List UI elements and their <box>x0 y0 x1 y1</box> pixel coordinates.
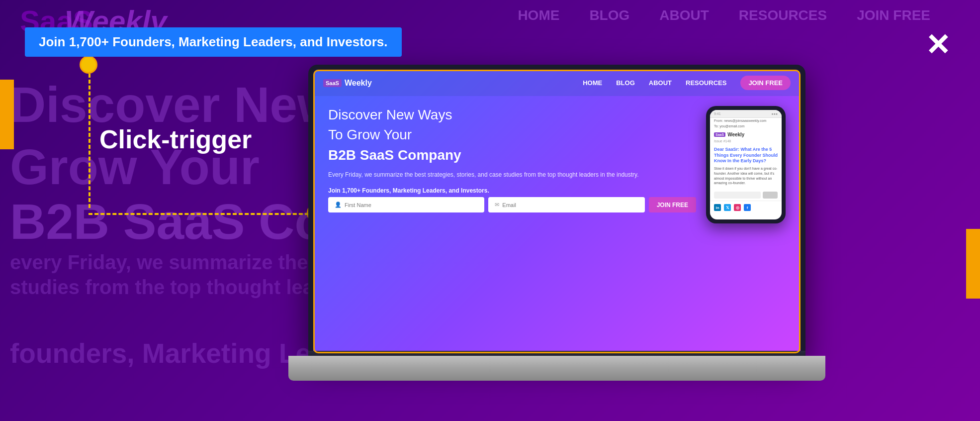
phone-to-email: To: you@email.com <box>710 123 782 129</box>
phone-signup-input <box>714 192 761 199</box>
site-nav-about[interactable]: ABOUT <box>649 79 672 87</box>
bg-nav-joinfree: JOIN FREE <box>857 7 930 23</box>
top-banner: Join 1,700+ Founders, Marketing Leaders,… <box>25 27 402 57</box>
laptop-base <box>288 356 825 381</box>
phone-header: 9:41●●● <box>710 110 782 118</box>
phone-social-row: in 𝕏 ◎ f <box>710 201 782 214</box>
phone-signup-row <box>710 190 782 201</box>
phone-logo-badge: SaaS <box>714 132 725 137</box>
phone-from-email: From: news@joinsaasweekly.com <box>710 118 782 123</box>
close-button[interactable]: ✕ <box>925 27 950 62</box>
email-input-display: ✉ <box>488 197 644 212</box>
phone-issue: Issue #148 <box>710 138 782 144</box>
bg-nav-blog: BLOG <box>589 7 629 23</box>
phone-signup-btn <box>763 192 778 199</box>
orange-bar-left <box>0 80 14 149</box>
dashed-line-horizontal <box>89 213 309 215</box>
phone-logo-row: SaaS Weekly <box>710 129 782 138</box>
phone-article-title: Dear SaaSr: What Are the 5 Things Every … <box>710 144 782 166</box>
site-logo-badge: SaaS <box>323 79 342 87</box>
site-nav-home[interactable]: HOME <box>583 79 602 87</box>
phone-article-body: Slow it down if you don't have a great c… <box>710 166 782 190</box>
click-trigger-label: Click-trigger <box>99 124 252 154</box>
site-nav: SaaS Weekly HOME BLOG ABOUT RESOURCES JO… <box>313 70 801 96</box>
site-logo: SaaS Weekly <box>323 79 372 88</box>
instagram-icon: ◎ <box>734 204 741 211</box>
site-nav-blog[interactable]: BLOG <box>616 79 635 87</box>
site-content: SaaS Weekly HOME BLOG ABOUT RESOURCES JO… <box>313 70 801 353</box>
site-logo-text: Weekly <box>345 79 372 88</box>
bg-nav-about: ABOUT <box>659 7 709 23</box>
dashed-line-vertical <box>89 74 90 208</box>
laptop-frame: SaaS Weekly HOME BLOG ABOUT RESOURCES JO… <box>308 65 805 358</box>
orange-bar-right <box>966 229 980 299</box>
laptop-screen: SaaS Weekly HOME BLOG ABOUT RESOURCES JO… <box>313 70 801 353</box>
site-nav-join-btn[interactable]: JOIN FREE <box>740 76 791 90</box>
twitter-icon: 𝕏 <box>724 204 731 211</box>
site-hero-left: Discover New Ways To Grow Your B2B SaaS … <box>328 106 696 223</box>
site-hero-title-line1: Discover New Ways <box>328 106 696 124</box>
laptop-container: SaaS Weekly HOME BLOG ABOUT RESOURCES JO… <box>308 65 805 403</box>
site-form-label: Join 1,700+ Founders, Marketing Leaders,… <box>328 187 696 194</box>
first-name-input-display: 👤 <box>328 197 484 212</box>
top-banner-text: Join 1,700+ Founders, Marketing Leaders,… <box>39 34 388 49</box>
site-nav-resources[interactable]: RESOURCES <box>686 79 726 87</box>
bg-nav-home: HOME <box>518 7 559 23</box>
site-hero-title-bold: B2B SaaS Company <box>328 146 696 164</box>
facebook-icon: f <box>744 204 751 211</box>
site-hero-description: Every Friday, we summarize the best stra… <box>328 170 696 179</box>
first-name-input[interactable] <box>345 202 478 208</box>
yellow-dot-top <box>80 56 97 74</box>
site-hero-title-line2: To Grow Your <box>328 126 696 144</box>
phone-mockup: 9:41●●● From: news@joinsaasweekly.com To… <box>706 106 786 223</box>
site-nav-links: HOME BLOG ABOUT RESOURCES JOIN FREE <box>583 76 791 90</box>
site-hero: Discover New Ways To Grow Your B2B SaaS … <box>313 96 801 233</box>
linkedin-icon: in <box>714 204 721 211</box>
bg-nav-watermark: HOME BLOG ABOUT RESOURCES JOIN FREE <box>518 7 930 23</box>
site-form: 👤 ✉ JOIN FREE <box>328 197 696 212</box>
phone-logo-text: Weekly <box>727 132 744 137</box>
phone-screen: 9:41●●● From: news@joinsaasweekly.com To… <box>710 110 782 219</box>
site-join-button[interactable]: JOIN FREE <box>649 197 696 212</box>
email-input[interactable] <box>502 202 638 208</box>
bg-nav-resources: RESOURCES <box>739 7 827 23</box>
